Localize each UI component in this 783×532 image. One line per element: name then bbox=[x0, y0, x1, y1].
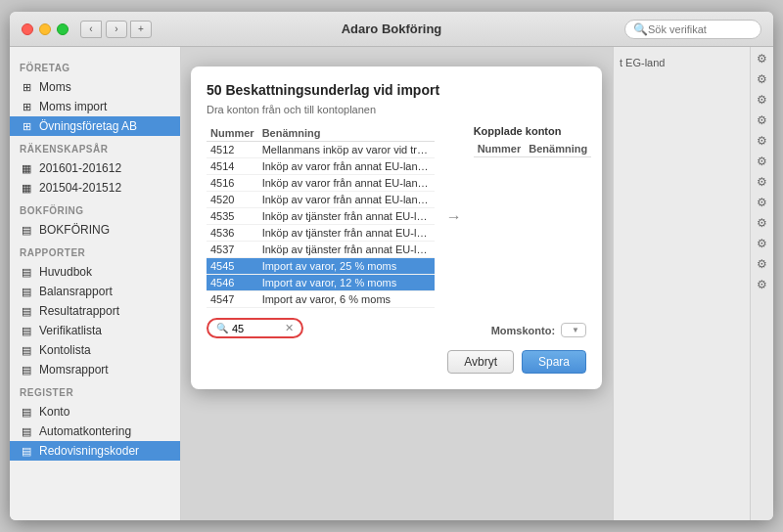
sidebar-item-konto[interactable]: ▤ Konto bbox=[10, 402, 180, 421]
cell-nummer: 4516 bbox=[207, 175, 258, 192]
chevron-down-icon: ▼ bbox=[572, 326, 579, 334]
gear-button-3[interactable]: ⚙ bbox=[753, 90, 772, 110]
table-row[interactable]: 4546 Import av varor, 12 % moms bbox=[207, 275, 435, 291]
sidebar-item-label: 201504-201512 bbox=[39, 181, 121, 195]
gear-button-8[interactable]: ⚙ bbox=[753, 193, 772, 212]
gear-button-4[interactable]: ⚙ bbox=[753, 111, 772, 130]
sidebar-item-ovningsforetag[interactable]: ⊞ Övningsföretag AB bbox=[10, 116, 180, 136]
konto-icon: ▤ bbox=[20, 406, 33, 419]
cell-benamning: Inköp av varor från annat EU-land, 1... bbox=[258, 175, 435, 192]
eg-label: t EG-land bbox=[620, 57, 744, 68]
gear-button-6[interactable]: ⚙ bbox=[753, 152, 772, 171]
cell-benamning: Inköp av tjänster från annat EU-land,... bbox=[258, 242, 435, 258]
table-row[interactable]: 4545 Import av varor, 25 % moms bbox=[207, 258, 435, 275]
gear-button-5[interactable]: ⚙ bbox=[753, 131, 772, 151]
cell-benamning: Inköp av tjänster från annat EU-land,... bbox=[258, 225, 435, 242]
cell-benamning: Inköp av tjänster från annat EU-land,... bbox=[258, 208, 435, 225]
search-oval[interactable]: 🔍 ✕ bbox=[207, 318, 303, 338]
verifikatlista-icon: ▤ bbox=[20, 325, 33, 337]
table-row[interactable]: 4514 Inköp av varor från annat EU-land, … bbox=[207, 158, 435, 175]
sidebar-item-kontolista[interactable]: ▤ Kontolista bbox=[10, 340, 180, 360]
sidebar-item-label: 201601-201612 bbox=[39, 161, 121, 175]
cell-nummer: 4520 bbox=[207, 192, 258, 208]
sidebar-item-resultatrapport[interactable]: ▤ Resultatrapport bbox=[10, 301, 180, 321]
cell-nummer: 4546 bbox=[207, 275, 258, 291]
momskonto-select[interactable]: ▼ bbox=[561, 323, 586, 337]
table-row[interactable]: 4535 Inköp av tjänster från annat EU-lan… bbox=[207, 208, 435, 225]
calendar-icon-2: ▦ bbox=[20, 182, 33, 195]
sidebar-item-year2[interactable]: ▦ 201504-201512 bbox=[10, 178, 180, 198]
sidebar-item-verifikatlista[interactable]: ▤ Verifikatlista bbox=[10, 321, 180, 340]
sidebar-item-bokforing[interactable]: ▤ BOKFÖRING bbox=[10, 220, 180, 240]
sidebar-item-automatkontering[interactable]: ▤ Automatkontering bbox=[10, 421, 180, 441]
momskonto-row: Momskonto: ▼ bbox=[491, 323, 586, 337]
close-button[interactable] bbox=[22, 23, 33, 35]
back-button[interactable]: ‹ bbox=[80, 21, 102, 38]
clear-search-button[interactable]: ✕ bbox=[285, 322, 294, 334]
balansrapport-icon: ▤ bbox=[20, 286, 33, 298]
cell-nummer: 4547 bbox=[207, 291, 258, 308]
save-button[interactable]: Spara bbox=[522, 350, 586, 374]
gear-column: ⚙ ⚙ ⚙ ⚙ ⚙ ⚙ ⚙ ⚙ ⚙ ⚙ ⚙ ⚙ bbox=[750, 47, 773, 520]
col-nummer: Nummer bbox=[207, 125, 258, 142]
sidebar-item-label: Balansrapport bbox=[39, 285, 113, 298]
calendar-icon-1: ▦ bbox=[20, 162, 33, 175]
modal-subtitle: Dra konton från och till kontoplanen bbox=[207, 104, 586, 115]
linked-col-nummer: Nummer bbox=[474, 141, 526, 157]
automatkontering-icon: ▤ bbox=[20, 425, 33, 438]
cell-benamning: Import av varor, 6 % moms bbox=[258, 291, 435, 308]
search-field[interactable] bbox=[232, 323, 281, 334]
minimize-button[interactable] bbox=[39, 23, 51, 35]
table-row[interactable]: 4512 Mellanmans inköp av varor vid trepa… bbox=[207, 142, 435, 158]
modal-columns: Nummer Benämning 4512 Mellanmans inköp a… bbox=[207, 125, 586, 308]
sidebar-item-momsrapport[interactable]: ▤ Momsrapport bbox=[10, 360, 180, 379]
table-row[interactable]: 4537 Inköp av tjänster från annat EU-lan… bbox=[207, 242, 435, 258]
moms-icon: ⊞ bbox=[20, 81, 33, 94]
cancel-button[interactable]: Avbryt bbox=[447, 350, 514, 374]
add-button[interactable]: + bbox=[130, 21, 152, 38]
gear-button-11[interactable]: ⚙ bbox=[753, 254, 772, 274]
sidebar-item-label: Moms bbox=[39, 80, 71, 94]
sidebar-section-label-year: Räkenskapsår bbox=[10, 136, 180, 158]
sidebar-item-label: Verifikatlista bbox=[39, 324, 102, 337]
gear-button-10[interactable]: ⚙ bbox=[753, 234, 772, 253]
sidebar-item-balansrapport[interactable]: ▤ Balansrapport bbox=[10, 282, 180, 301]
table-row[interactable]: 4536 Inköp av tjänster från annat EU-lan… bbox=[207, 225, 435, 242]
table-row[interactable]: 4547 Import av varor, 6 % moms bbox=[207, 291, 435, 308]
modal-dialog: 50 Beskattningsunderlag vid import Dra k… bbox=[191, 66, 602, 389]
sidebar-item-label: Moms import bbox=[39, 100, 107, 113]
ovningsforetag-icon: ⊞ bbox=[20, 120, 33, 133]
main-table: Nummer Benämning 4512 Mellanmans inköp a… bbox=[207, 125, 435, 308]
right-arrow-icon: → bbox=[446, 208, 462, 226]
cell-nummer: 4537 bbox=[207, 242, 258, 258]
gear-button-7[interactable]: ⚙ bbox=[753, 172, 772, 192]
right-pane: 50 Beskattningsunderlag vid import Dra k… bbox=[181, 47, 773, 520]
gear-button-12[interactable]: ⚙ bbox=[753, 275, 772, 294]
sidebar-item-moms[interactable]: ⊞ Moms bbox=[10, 77, 180, 97]
search-box[interactable]: 🔍 bbox=[624, 20, 761, 39]
momsrapport-icon: ▤ bbox=[20, 364, 33, 377]
cell-nummer: 4545 bbox=[207, 258, 258, 275]
maximize-button[interactable] bbox=[57, 23, 69, 35]
table-row[interactable]: 4520 Inköp av varor från annat EU-land, … bbox=[207, 192, 435, 208]
table-row[interactable]: 4516 Inköp av varor från annat EU-land, … bbox=[207, 175, 435, 192]
momskonto-label: Momskonto: bbox=[491, 325, 555, 336]
cell-nummer: 4536 bbox=[207, 225, 258, 242]
search-icon: 🔍 bbox=[633, 22, 648, 36]
search-icon-sm: 🔍 bbox=[216, 323, 228, 333]
gear-button-2[interactable]: ⚙ bbox=[753, 69, 772, 89]
sidebar-item-huvudbok[interactable]: ▤ Huvudbok bbox=[10, 262, 180, 282]
forward-button[interactable]: › bbox=[106, 21, 127, 38]
sidebar-item-year1[interactable]: ▦ 201601-201612 bbox=[10, 158, 180, 178]
window-controls bbox=[22, 23, 69, 35]
sidebar-item-redovisningskoder[interactable]: ▤ Redovisningskoder bbox=[10, 441, 180, 461]
main-window: ‹ › + Adaro Bokföring 🔍 Företag ⊞ Moms ⊞… bbox=[10, 12, 773, 520]
gear-button-9[interactable]: ⚙ bbox=[753, 213, 772, 233]
sidebar-item-label: Automatkontering bbox=[39, 424, 131, 438]
sidebar-item-label: Huvudbok bbox=[39, 265, 92, 279]
search-input[interactable] bbox=[648, 23, 753, 35]
sidebar-section-label-company: Företag bbox=[10, 55, 180, 77]
window-title: Adaro Bokföring bbox=[342, 22, 442, 36]
sidebar-item-moms-import[interactable]: ⊞ Moms import bbox=[10, 97, 180, 116]
gear-button-1[interactable]: ⚙ bbox=[753, 49, 772, 68]
